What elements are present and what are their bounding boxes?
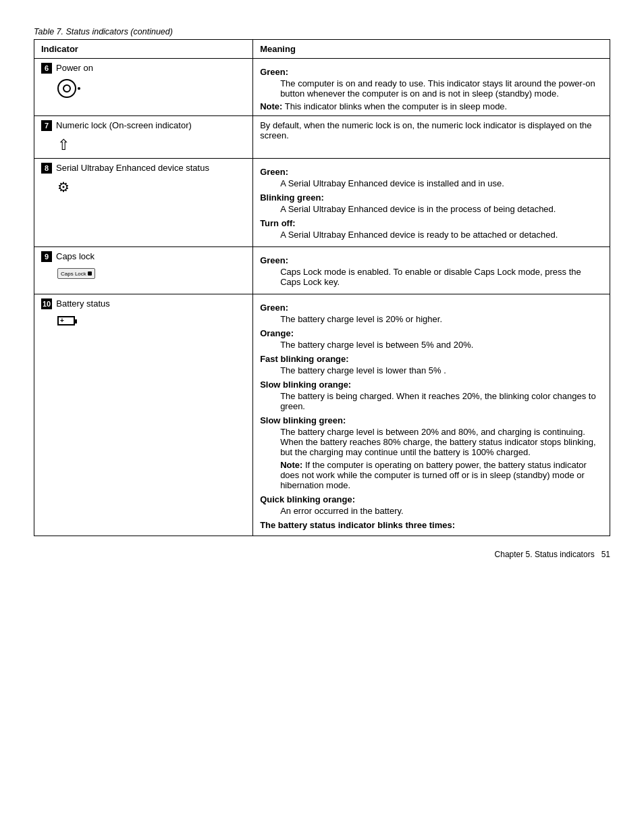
meaning-note-inline-10-10: Note: If the computer is operating on ba… xyxy=(280,460,603,490)
indicator-cell-6: 6 Power on xyxy=(34,59,253,116)
capslock-icon: Caps Lock xyxy=(57,268,95,279)
indicator-text-9: Caps lock xyxy=(56,251,95,261)
meaning-note-6-2: Note: This indicator blinks when the com… xyxy=(260,101,603,111)
page-footer: Chapter 5. Status indicators 51 xyxy=(34,550,610,559)
meaning-label-9-0: Green: xyxy=(260,255,603,265)
header-indicator: Indicator xyxy=(34,40,253,59)
meaning-text-10-7: The battery is being charged. When it re… xyxy=(280,391,603,411)
meaning-text-9-1: Caps Lock mode is enabled. To enable or … xyxy=(280,267,603,287)
meaning-text-8-3: A Serial Ultrabay Enhanced device is in … xyxy=(280,204,603,214)
meaning-text-10-1: The battery charge level is 20% or highe… xyxy=(280,314,603,324)
indicator-cell-10: 10 Battery status + xyxy=(34,294,253,536)
ultrabay-icon: ⚙ xyxy=(57,179,70,195)
meaning-cell-9: Green:Caps Lock mode is enabled. To enab… xyxy=(253,247,610,294)
row-num-6: 6 xyxy=(41,63,52,74)
meaning-text-plain-7-0: By default, when the numeric lock is on,… xyxy=(260,120,603,140)
indicator-cell-9: 9 Caps lock Caps Lock xyxy=(34,247,253,294)
meaning-label-10-6: Slow blinking orange: xyxy=(260,380,603,390)
meaning-text-8-5: A Serial Ultrabay Enhanced device is rea… xyxy=(280,230,603,240)
meaning-cell-8: Green:A Serial Ultrabay Enhanced device … xyxy=(253,159,610,247)
indicator-cell-8: 8 Serial Ultrabay Enhanced device status… xyxy=(34,159,253,247)
indicator-text-10: Battery status xyxy=(56,298,109,309)
meaning-cell-10: Green:The battery charge level is 20% or… xyxy=(253,294,610,536)
indicator-label-9: 9 Caps lock xyxy=(41,251,246,262)
meaning-label-10-8: Slow blinking green: xyxy=(260,415,603,425)
indicator-label-8: 8 Serial Ultrabay Enhanced device status xyxy=(41,163,246,174)
indicator-icon-10: + xyxy=(57,315,246,325)
power-icon xyxy=(57,79,76,98)
status-table: Indicator Meaning 6 Power on Green:The c… xyxy=(34,39,610,536)
footer-page: 51 xyxy=(601,550,610,559)
indicator-text-7: Numeric lock (On-screen indicator) xyxy=(56,120,192,130)
indicator-icon-9: Caps Lock xyxy=(57,267,246,279)
header-meaning: Meaning xyxy=(253,40,610,59)
row-num-9: 9 xyxy=(41,251,52,262)
meaning-cell-6: Green:The computer is on and ready to us… xyxy=(253,59,610,116)
meaning-label-10-4: Fast blinking orange: xyxy=(260,354,603,364)
row-num-8: 8 xyxy=(41,163,52,174)
meaning-text-10-9: The battery charge level is between 20% … xyxy=(280,427,603,457)
meaning-label-8-2: Blinking green: xyxy=(260,192,603,203)
indicator-label-7: 7 Numeric lock (On-screen indicator) xyxy=(41,120,246,131)
meaning-cell-7: By default, when the numeric lock is on,… xyxy=(253,116,610,159)
meaning-label-8-0: Green: xyxy=(260,167,603,177)
meaning-label-8-4: Turn off: xyxy=(260,218,603,228)
meaning-text-10-3: The battery charge level is between 5% a… xyxy=(280,340,603,350)
indicator-label-10: 10 Battery status xyxy=(41,298,246,309)
footer-chapter: Chapter 5. Status indicators xyxy=(495,550,595,559)
meaning-label-10-13: The battery status indicator blinks thre… xyxy=(260,520,603,530)
meaning-text-6-1: The computer is on and ready to use. Thi… xyxy=(280,78,603,99)
indicator-label-6: 6 Power on xyxy=(41,63,246,74)
table-caption: Table 7. Status indicators (continued) xyxy=(34,27,610,36)
battery-plus-icon: + xyxy=(60,317,64,324)
meaning-label-10-2: Orange: xyxy=(260,328,603,338)
meaning-text-10-5: The battery charge level is lower than 5… xyxy=(280,365,603,375)
indicator-icon-7: ⇧ xyxy=(57,136,246,154)
row-num-10: 10 xyxy=(41,298,52,309)
meaning-label-10-11: Quick blinking orange: xyxy=(260,494,603,504)
power-dot-icon xyxy=(78,87,80,90)
indicator-text-8: Serial Ultrabay Enhanced device status xyxy=(56,163,209,173)
meaning-text-8-1: A Serial Ultrabay Enhanced device is ins… xyxy=(280,178,603,188)
meaning-label-6-0: Green: xyxy=(260,67,603,77)
indicator-text-6: Power on xyxy=(56,63,93,73)
indicator-icon-6 xyxy=(57,79,246,98)
meaning-label-10-0: Green: xyxy=(260,303,603,313)
row-num-7: 7 xyxy=(41,120,52,131)
indicator-icon-8: ⚙ xyxy=(57,179,246,195)
numlock-icon: ⇧ xyxy=(57,136,70,154)
indicator-cell-7: 7 Numeric lock (On-screen indicator) ⇧ xyxy=(34,116,253,159)
capslock-led-icon xyxy=(88,271,92,276)
meaning-text-10-12: An error occurred in the battery. xyxy=(280,506,603,516)
battery-icon: + xyxy=(57,316,75,325)
